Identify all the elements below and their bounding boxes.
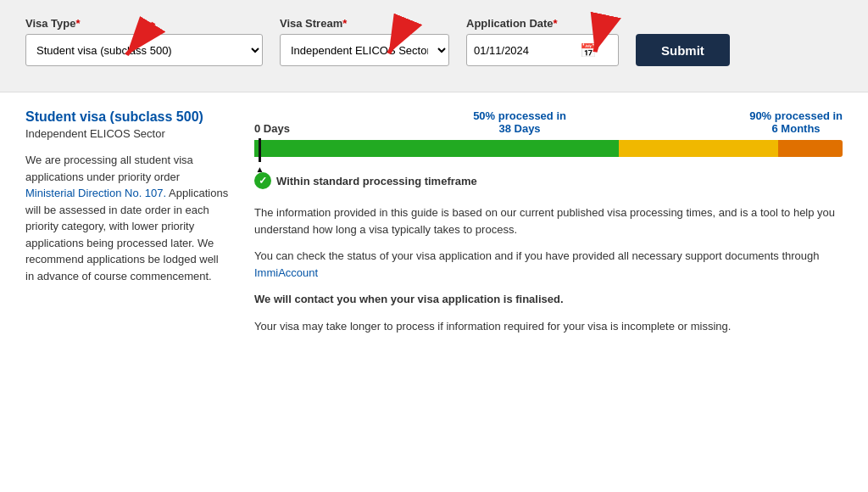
timeline-header: 0 Days 50% processed in 38 Days 90% proc… [254, 109, 843, 135]
bar-orange [778, 140, 843, 157]
timeline-bar-wrap [254, 140, 843, 164]
visa-description: We are processing all student visa appli… [25, 152, 229, 284]
visa-title-link[interactable]: Student visa (subclass 500) [25, 109, 229, 125]
left-panel: Student visa (subclass 500) Independent … [25, 109, 229, 344]
visa-type-label: Visa Type* [25, 17, 263, 30]
visa-stream-label: Visa Stream* [280, 17, 449, 30]
info-text-1: The information provided in this guide i… [254, 204, 843, 238]
date-input-wrap: 📅 [466, 34, 619, 66]
bar-green [254, 140, 619, 157]
timeline-label-0: 0 Days [254, 122, 290, 135]
bar-yellow [619, 140, 777, 157]
visa-type-select[interactable]: Student visa (subclass 500) [25, 34, 263, 66]
main-content: Student visa (subclass 500) Independent … [0, 92, 868, 361]
visa-stream-field: Visa Stream* Independent ELICOS Sector [280, 17, 449, 66]
submit-field: Submit [636, 34, 730, 66]
application-date-label: Application Date* [466, 17, 619, 30]
right-panel: 0 Days 50% processed in 38 Days 90% proc… [254, 109, 843, 344]
submit-button[interactable]: Submit [636, 34, 730, 66]
status-text: Within standard processing timeframe [276, 175, 477, 187]
status-icon: ✓ [254, 172, 271, 189]
status-badge: ✓ Within standard processing timeframe [254, 172, 843, 189]
immi-account-link[interactable]: ImmiAccount [254, 266, 318, 279]
calendar-icon[interactable]: 📅 [580, 42, 597, 59]
date-input[interactable] [474, 44, 576, 57]
info-text-4: Your visa may take longer to process if … [254, 318, 843, 335]
timeline-marker [259, 138, 261, 162]
top-bar: Visa Type* Student visa (subclass 500) V… [0, 0, 868, 92]
info-text-3: We will contact you when your visa appli… [254, 291, 843, 308]
timeline-label-90: 90% processed in 6 Months [749, 109, 843, 135]
visa-subtitle: Independent ELICOS Sector [25, 127, 229, 140]
visa-type-field: Visa Type* Student visa (subclass 500) [25, 17, 263, 66]
timeline-bar [254, 140, 843, 157]
application-date-field: Application Date* 📅 [466, 17, 619, 66]
info-text-2: You can check the status of your visa ap… [254, 248, 843, 281]
ministerial-direction-link[interactable]: Ministerial Direction No. 107. [25, 187, 166, 199]
visa-stream-select[interactable]: Independent ELICOS Sector [280, 34, 449, 66]
timeline-label-50: 50% processed in 38 Days [473, 109, 566, 135]
